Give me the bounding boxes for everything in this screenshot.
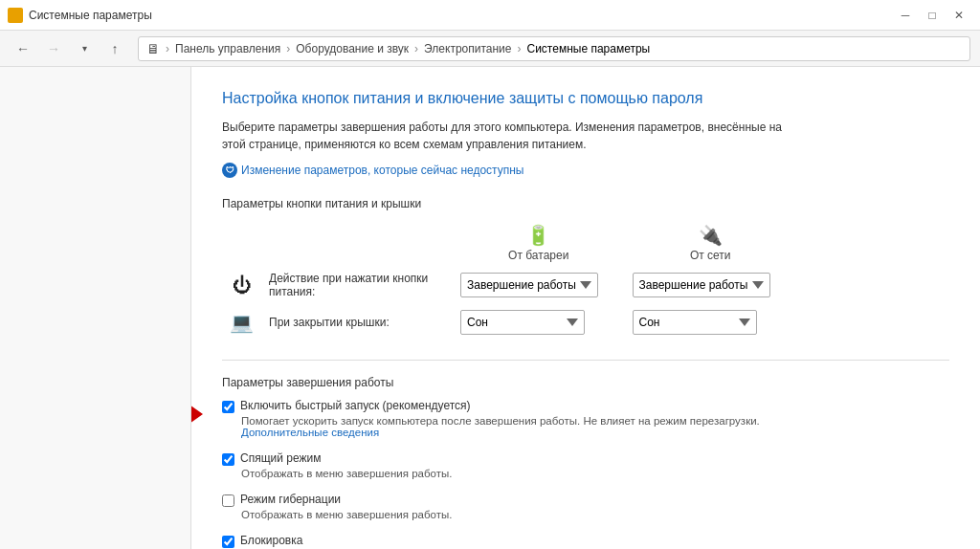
- battery-icon: 🔋: [464, 224, 613, 247]
- lid-close-label: При закрытии крышки:: [261, 304, 453, 340]
- power-grid-dropdown[interactable]: Завершение работы: [633, 273, 770, 297]
- lock-label: Блокировка: [240, 534, 302, 547]
- forward-button[interactable]: →: [40, 35, 67, 62]
- power-battery-dropdown[interactable]: Завершение работы: [460, 273, 598, 297]
- shutdown-section: Включить быстрый запуск (рекомендуется) …: [222, 399, 777, 549]
- breadcrumb-item-3[interactable]: Электропитание: [424, 42, 511, 55]
- breadcrumb-item-1[interactable]: Панель управления: [175, 42, 280, 55]
- breadcrumb-item-2[interactable]: Оборудование и звук: [296, 42, 409, 55]
- col-power-header: 🔌 От сети: [625, 220, 797, 266]
- power-button-row: ⏻ Действие при нажатии кнопки питания: З…: [222, 266, 796, 304]
- plug-icon: 🔌: [636, 224, 786, 247]
- title-bar: Системные параметры ─ □ ✕: [0, 0, 980, 31]
- sleep-mode-label: Спящий режим: [240, 451, 321, 465]
- power-grid-cell: Завершение работы: [625, 266, 797, 304]
- hibernate-sublabel: Отображать в меню завершения работы.: [241, 509, 452, 520]
- red-arrow: [191, 401, 203, 428]
- power-button-label: Действие при нажатии кнопки питания:: [261, 266, 453, 304]
- breadcrumb: 🖥 › Панель управления › Оборудование и з…: [138, 36, 970, 61]
- lid-grid-dropdown[interactable]: Сон: [633, 310, 757, 335]
- breadcrumb-item-4: Системные параметры: [526, 42, 650, 55]
- fast-startup-sublabel: Помогает ускорить запуск компьютера посл…: [241, 415, 777, 438]
- hibernate-checkbox[interactable]: [222, 494, 234, 507]
- section2-label: Параметры завершения работы: [222, 376, 949, 389]
- power-battery-cell: Завершение работы: [453, 266, 625, 304]
- sleep-mode-sublabel: Отображать в меню завершения работы.: [241, 468, 452, 479]
- app-icon: [8, 8, 23, 23]
- lid-close-row: 💻 При закрытии крышки: Сон Сон: [222, 304, 796, 340]
- main-area: Настройка кнопок питания и включение защ…: [0, 67, 980, 549]
- lock-checkbox[interactable]: [222, 536, 234, 548]
- lid-battery-cell: Сон: [453, 304, 625, 340]
- recent-button[interactable]: ▾: [71, 35, 98, 62]
- lock-row: Блокировка Отображать в меню аватара.: [222, 534, 777, 549]
- lid-battery-dropdown[interactable]: Сон: [460, 310, 585, 335]
- minimize-button[interactable]: ─: [892, 2, 919, 29]
- window-title: Системные параметры: [29, 9, 152, 22]
- sidebar: [0, 67, 191, 549]
- hibernate-row: Режим гибернации Отображать в меню завер…: [222, 493, 777, 520]
- content-area: Настройка кнопок питания и включение защ…: [191, 67, 980, 549]
- page-description: Выберите параметры завершения работы для…: [222, 119, 796, 153]
- nav-bar: ← → ▾ ↑ 🖥 › Панель управления › Оборудов…: [0, 31, 980, 67]
- section1-label: Параметры кнопки питания и крышки: [222, 197, 949, 210]
- section-divider: [222, 360, 949, 361]
- back-button[interactable]: ←: [10, 35, 36, 62]
- sleep-mode-row: Спящий режим Отображать в меню завершени…: [222, 451, 777, 479]
- sleep-mode-checkbox[interactable]: [222, 453, 234, 466]
- fast-startup-link[interactable]: Дополнительные сведения: [241, 427, 379, 438]
- fast-startup-label: Включить быстрый запуск (рекомендуется): [240, 399, 471, 412]
- col-battery-header: 🔋 От батареи: [453, 220, 625, 266]
- close-button[interactable]: ✕: [946, 2, 972, 29]
- shield-icon: 🛡: [222, 163, 237, 178]
- fast-startup-checkbox-group: Включить быстрый запуск (рекомендуется) …: [222, 399, 777, 438]
- hibernate-label: Режим гибернации: [240, 493, 341, 506]
- lid-grid-cell: Сон: [625, 304, 797, 340]
- page-title: Настройка кнопок питания и включение защ…: [222, 90, 949, 107]
- power-icon: ⏻: [233, 274, 252, 296]
- maximize-button[interactable]: □: [919, 2, 946, 29]
- breadcrumb-icon: 🖥: [146, 41, 160, 56]
- power-settings-table: 🔋 От батареи 🔌 От сети ⏻ Действие при на…: [222, 220, 796, 340]
- settings-link[interactable]: 🛡 Изменение параметров, которые сейчас н…: [222, 163, 949, 178]
- lid-icon: 💻: [230, 312, 254, 333]
- fast-startup-row: Включить быстрый запуск (рекомендуется) …: [222, 399, 777, 438]
- fast-startup-checkbox[interactable]: [222, 401, 234, 413]
- up-button[interactable]: ↑: [101, 35, 128, 62]
- arrow-head: [191, 401, 203, 428]
